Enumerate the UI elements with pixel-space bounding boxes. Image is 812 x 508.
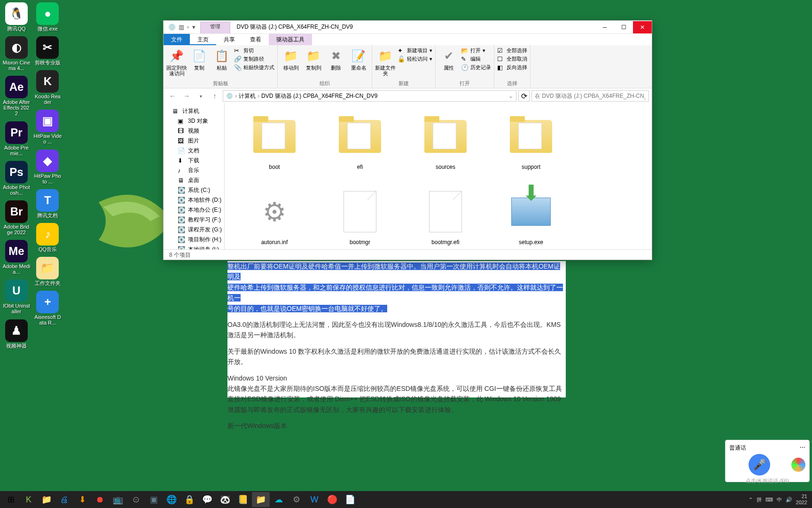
tray-chevron-icon[interactable]: ⌃: [749, 497, 753, 503]
tree-item[interactable]: 💽本地磁盘 (I:): [164, 245, 224, 249]
taskbar-app[interactable]: 📒: [234, 492, 252, 507]
file-item[interactable]: ⚙autorun.inf: [232, 183, 317, 249]
desktop-icon[interactable]: ●微信.exe: [33, 2, 62, 32]
ribbon-context-tab[interactable]: 管理: [200, 22, 230, 33]
move-to-button[interactable]: 📁移动到: [281, 47, 301, 71]
tree-item[interactable]: ▣3D 对象: [164, 116, 224, 126]
tab-share[interactable]: 共享: [216, 34, 242, 45]
voice-lang[interactable]: 普通话: [729, 444, 746, 452]
properties-button[interactable]: ✔属性: [438, 47, 459, 71]
navigation-tree[interactable]: 🖥计算机▣3D 对象🎞视频🖼图片📄文档⬇下载♪音乐🖥桌面💽系统 (C:)💽本地软…: [164, 103, 225, 249]
qat-props-icon[interactable]: ▥: [179, 24, 184, 31]
tree-item[interactable]: 💽系统 (C:): [164, 185, 224, 195]
new-folder-button[interactable]: 📁新建文件夹: [375, 47, 396, 76]
desktop-icon[interactable]: 🐧腾讯QQ: [2, 2, 31, 32]
start-button[interactable]: ⊞: [2, 492, 20, 507]
pin-button[interactable]: 📌固定到快速访问: [166, 47, 187, 76]
qat-dropdown-icon[interactable]: ▾: [192, 24, 195, 31]
file-item[interactable]: support: [488, 108, 574, 183]
voice-assistant-icon[interactable]: [791, 458, 805, 472]
desktop-icon[interactable]: AeAdobe After Effects 2022: [2, 76, 31, 116]
tree-item[interactable]: 🎞视频: [164, 126, 224, 136]
edit-button[interactable]: ✎编辑: [461, 56, 491, 63]
refresh-button[interactable]: ⟳: [518, 90, 530, 102]
tab-drive-tools[interactable]: 驱动器工具: [269, 34, 312, 45]
taskbar-app[interactable]: ▣: [145, 492, 163, 507]
desktop-icon[interactable]: PrAdobe Premie...: [2, 121, 31, 156]
close-button[interactable]: ✕: [633, 21, 652, 33]
qat-new-icon[interactable]: ▫: [187, 24, 189, 31]
file-item[interactable]: bootmgr.efi: [403, 183, 488, 249]
desktop-icon[interactable]: ▣HitPaw Video ...: [33, 110, 62, 144]
paste-shortcut-button[interactable]: 📎粘贴快捷方式: [234, 64, 274, 71]
tree-item[interactable]: 📄文档: [164, 146, 224, 156]
tree-item[interactable]: ⬇下载: [164, 156, 224, 166]
taskbar-app[interactable]: ⊙: [127, 492, 145, 507]
taskbar-app[interactable]: ⏺: [91, 492, 109, 507]
invert-select-button[interactable]: ◧反向选择: [497, 64, 527, 71]
select-none-button[interactable]: ☐全部取消: [497, 56, 527, 63]
system-tray[interactable]: ⌃ 拼 ⌨ 中 🔊 21 2022: [749, 493, 810, 506]
tree-item[interactable]: 💽本地办公 (E:): [164, 205, 224, 215]
tree-item[interactable]: 🖥桌面: [164, 175, 224, 185]
tray-clock[interactable]: 21 2022: [796, 493, 807, 506]
file-item[interactable]: ⬇setup.exe: [488, 183, 574, 249]
taskbar-app[interactable]: ⬇: [73, 492, 91, 507]
desktop-icon[interactable]: ♪QQ音乐: [33, 223, 62, 252]
taskbar-app[interactable]: 📄: [341, 492, 359, 507]
tree-item[interactable]: 🖥计算机: [164, 106, 224, 116]
search-box[interactable]: [531, 90, 649, 102]
file-view[interactable]: bootefisourcessupport⚙autorun.infbootmgr…: [225, 103, 652, 249]
taskbar-app[interactable]: 📺: [109, 492, 127, 507]
rename-button[interactable]: 📝重命名: [348, 47, 369, 71]
desktop-icon[interactable]: PsAdobe Photosh...: [2, 161, 31, 196]
minimize-button[interactable]: ─: [595, 21, 614, 33]
desktop-icon[interactable]: MeAdobe Media...: [2, 240, 31, 275]
select-all-button[interactable]: ☑全部选择: [497, 47, 527, 54]
tree-item[interactable]: 💽课程开发 (G:): [164, 225, 224, 235]
taskbar-app[interactable]: 🖨: [55, 492, 73, 507]
tab-view[interactable]: 查看: [242, 34, 269, 45]
forward-button[interactable]: →: [180, 90, 193, 102]
file-item[interactable]: efi: [317, 108, 403, 183]
recent-button[interactable]: ▾: [195, 90, 207, 102]
voice-settings-icon[interactable]: ⋯: [800, 444, 805, 452]
cut-button[interactable]: ✂剪切: [234, 47, 274, 54]
desktop-icon[interactable]: UIObit Uninstaller: [2, 279, 31, 314]
tree-item[interactable]: 💽项目制作 (H:): [164, 235, 224, 245]
taskbar-app[interactable]: 💬: [198, 492, 216, 507]
taskbar-explorer[interactable]: 📁: [252, 492, 270, 507]
paste-button[interactable]: 📋粘贴: [211, 47, 232, 71]
delete-button[interactable]: ✖删除: [326, 47, 346, 71]
voice-input-widget[interactable]: 普通话 ⋯ 🎤 点击/长按说话 (F6): [725, 440, 810, 482]
copy-path-button[interactable]: 🔗复制路径: [234, 56, 274, 63]
desktop-icon[interactable]: ◐Maxon Cinema 4...: [2, 36, 31, 71]
tree-item[interactable]: 🖼图片: [164, 136, 224, 146]
taskbar-app[interactable]: 🌐: [163, 492, 180, 507]
desktop-icon[interactable]: ◆HitPaw Photo ...: [33, 150, 62, 184]
desktop-icon[interactable]: 📁工作文件夹: [33, 257, 62, 286]
taskbar-app[interactable]: 📁: [38, 492, 55, 507]
back-button[interactable]: ←: [166, 90, 179, 102]
file-item[interactable]: sources: [403, 108, 488, 183]
breadcrumb[interactable]: 💿› 计算机› DVD 驱动器 (J:) CPBA_X64FRE_ZH-CN_D…: [223, 90, 516, 102]
search-input[interactable]: [535, 93, 646, 99]
desktop-icon[interactable]: BrAdobe Bridge 2022: [2, 200, 31, 235]
new-item-button[interactable]: ✦新建项目 ▾: [398, 47, 432, 54]
tree-item[interactable]: 💽教程学习 (F:): [164, 215, 224, 225]
copy-button[interactable]: 📄复制: [189, 47, 210, 71]
desktop-icon[interactable]: KKoodo Reader: [33, 70, 62, 105]
taskbar-app[interactable]: ⚙: [288, 492, 305, 507]
desktop-icon[interactable]: ✂剪映专业版: [33, 36, 62, 65]
taskbar-app[interactable]: 🔴: [323, 492, 341, 507]
file-item[interactable]: bootmgr: [317, 183, 403, 249]
easy-access-button[interactable]: 🔓轻松访问 ▾: [398, 56, 432, 63]
taskbar-app[interactable]: 🔒: [180, 492, 198, 507]
desktop-icon[interactable]: +Aiseesoft Data R...: [33, 291, 62, 325]
taskbar-app[interactable]: W: [305, 492, 323, 507]
file-item[interactable]: boot: [232, 108, 317, 183]
tab-file[interactable]: 文件: [164, 34, 190, 45]
taskbar-app[interactable]: 🐼: [216, 492, 234, 507]
taskbar[interactable]: ⊞ K 📁 🖨 ⬇ ⏺ 📺 ⊙ ▣ 🌐 🔒 💬 🐼 📒 📁 ☁ ⚙ W 🔴 📄 …: [0, 491, 812, 508]
tree-item[interactable]: 💽本地软件 (D:): [164, 195, 224, 205]
